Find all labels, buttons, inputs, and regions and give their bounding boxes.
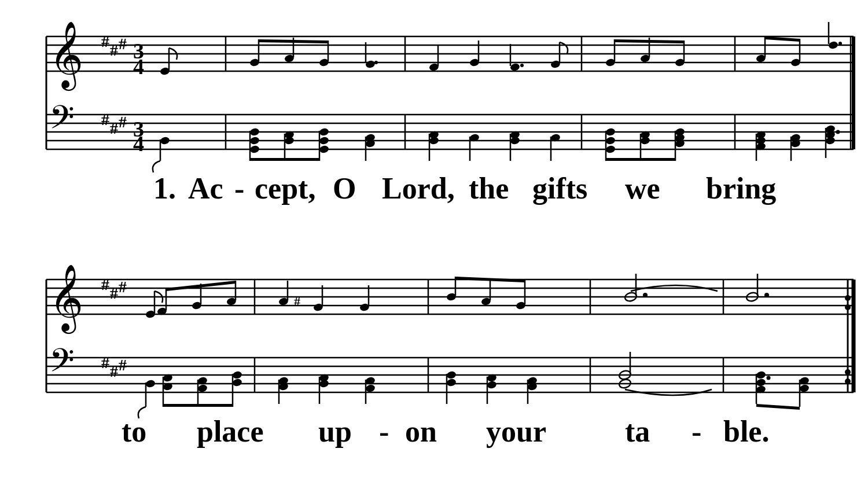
svg-point-186 <box>845 304 851 310</box>
svg-text:#: # <box>101 275 109 293</box>
svg-marker-228 <box>756 404 800 410</box>
svg-point-71 <box>249 127 260 137</box>
svg-text:cept,: cept, <box>255 172 315 205</box>
svg-text:the: the <box>469 172 509 205</box>
system-1-svg: 𝄞 𝄢 # # # # # # 3 4 3 4 <box>12 13 856 233</box>
svg-text:Ac: Ac <box>188 172 223 205</box>
svg-text:#: # <box>110 284 118 302</box>
svg-text:on: on <box>405 415 437 448</box>
svg-point-118 <box>836 130 840 134</box>
svg-text:#: # <box>119 356 127 374</box>
svg-text:#: # <box>101 354 109 372</box>
svg-text:#: # <box>110 119 118 137</box>
svg-point-78 <box>319 127 330 137</box>
svg-point-195 <box>232 370 243 380</box>
svg-marker-65 <box>765 36 800 42</box>
svg-text:#: # <box>119 278 127 296</box>
svg-point-229 <box>845 369 851 375</box>
svg-point-196 <box>232 378 243 387</box>
svg-point-184 <box>643 293 648 297</box>
system-2-svg: 𝄞 𝄢 # # # # # # <box>12 256 856 476</box>
svg-text:up: up <box>318 415 352 448</box>
svg-point-226 <box>799 384 810 393</box>
svg-point-96 <box>605 127 616 137</box>
svg-marker-198 <box>163 404 233 407</box>
svg-point-208 <box>446 370 457 380</box>
svg-text:𝄞: 𝄞 <box>49 265 83 334</box>
svg-point-44 <box>374 61 378 64</box>
svg-text:#: # <box>110 362 118 380</box>
svg-text:4: 4 <box>133 54 144 79</box>
svg-point-221 <box>756 378 767 387</box>
svg-point-92 <box>510 136 521 145</box>
svg-text:𝄢: 𝄢 <box>49 343 75 387</box>
svg-text:#: # <box>119 113 127 131</box>
svg-marker-82 <box>250 158 319 161</box>
svg-point-68 <box>838 42 842 45</box>
svg-text:𝄢: 𝄢 <box>49 100 75 144</box>
svg-point-49 <box>510 62 521 72</box>
score-container: 𝄞 𝄢 # # # # # # 3 4 3 4 <box>12 8 856 482</box>
svg-text:1.: 1. <box>153 172 176 205</box>
svg-marker-41 <box>259 39 328 43</box>
svg-point-66 <box>828 41 839 50</box>
svg-point-97 <box>605 136 616 145</box>
svg-point-206 <box>365 384 376 393</box>
svg-point-101 <box>640 136 651 145</box>
svg-point-230 <box>845 378 851 384</box>
svg-point-185 <box>845 295 851 301</box>
svg-text:#: # <box>110 41 118 59</box>
svg-text:to: to <box>122 415 146 448</box>
svg-point-209 <box>446 378 457 387</box>
svg-text:#: # <box>119 35 127 53</box>
svg-text:Lord,: Lord, <box>382 172 455 205</box>
svg-text:4: 4 <box>133 131 144 156</box>
svg-point-76 <box>284 136 295 145</box>
svg-point-79 <box>319 136 330 145</box>
svg-text:bring: bring <box>706 172 776 205</box>
svg-marker-60 <box>615 39 684 43</box>
svg-text:O: O <box>333 172 356 205</box>
svg-point-69 <box>160 136 171 145</box>
svg-text:ble.: ble. <box>723 415 769 448</box>
svg-point-72 <box>249 136 260 145</box>
svg-text:place: place <box>197 415 264 448</box>
svg-point-203 <box>319 379 330 388</box>
svg-text:we: we <box>625 172 660 205</box>
svg-point-51 <box>520 64 524 67</box>
svg-marker-107 <box>606 158 675 161</box>
svg-point-212 <box>487 380 498 389</box>
svg-point-117 <box>825 136 836 145</box>
svg-point-87 <box>429 136 440 145</box>
svg-text:#: # <box>294 294 300 308</box>
svg-point-233 <box>764 293 769 297</box>
svg-point-42 <box>365 60 376 69</box>
system-2: 𝄞 𝄢 # # # # # # <box>12 256 856 476</box>
svg-point-220 <box>756 370 767 380</box>
svg-text:your: your <box>486 415 546 448</box>
svg-point-187 <box>145 379 156 388</box>
svg-text:#: # <box>101 111 109 128</box>
svg-text:ta: ta <box>625 415 650 448</box>
svg-text:#: # <box>101 32 109 50</box>
svg-point-73 <box>249 145 260 154</box>
system-1: 𝄞 𝄢 # # # # # # 3 4 3 4 <box>12 13 856 233</box>
svg-text:gifts: gifts <box>532 172 587 205</box>
svg-text:-: - <box>379 415 389 448</box>
svg-point-98 <box>605 145 616 154</box>
svg-text:𝄞: 𝄞 <box>49 22 83 91</box>
svg-text:-: - <box>234 172 244 205</box>
svg-point-80 <box>319 145 330 154</box>
svg-point-223 <box>767 376 771 380</box>
svg-text:-: - <box>692 415 701 448</box>
svg-point-193 <box>197 384 208 393</box>
